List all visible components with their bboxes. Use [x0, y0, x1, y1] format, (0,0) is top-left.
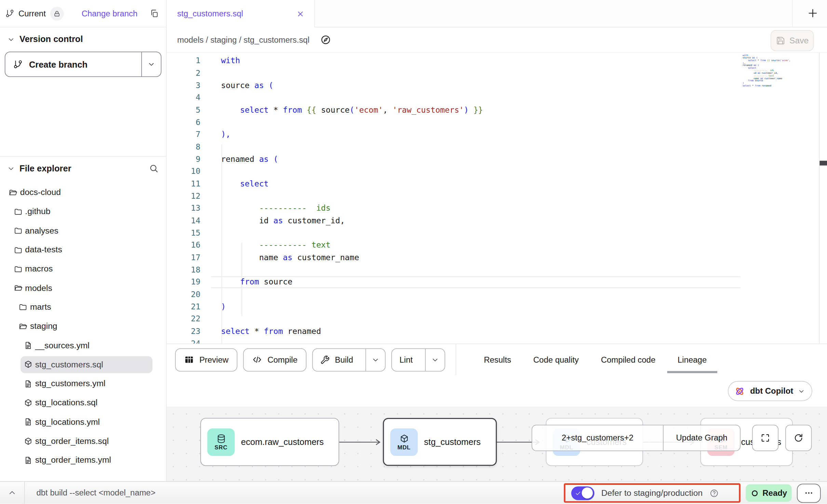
sidebar-item-macros[interactable]: macros	[0, 260, 166, 279]
more-options-button[interactable]	[797, 484, 821, 503]
branch-header: Current Change branch	[0, 0, 166, 27]
lineage-canvas[interactable]: SRCecom.raw_customersMDLstg_customersMDL…	[167, 407, 827, 481]
git-branch-icon	[13, 59, 23, 69]
node-label: ecom.raw_customers	[241, 437, 324, 447]
build-button[interactable]: Build	[313, 349, 361, 371]
code-line-2[interactable]: 2	[167, 67, 827, 79]
code-line-21[interactable]: 21)	[167, 300, 827, 313]
model-health-button[interactable]	[316, 30, 336, 50]
code-line-13[interactable]: 13 ---------- ids	[167, 202, 827, 214]
code-line-11[interactable]: 11 select	[167, 178, 827, 190]
save-button[interactable]: Save	[771, 30, 814, 51]
code-line-4[interactable]: 4	[167, 92, 827, 104]
lint-dropdown[interactable]	[425, 349, 445, 371]
defer-toggle[interactable]	[571, 486, 594, 500]
folder-icon	[18, 303, 27, 312]
code-line-7[interactable]: 7),	[167, 128, 827, 141]
code-line-8[interactable]: 8	[167, 141, 827, 153]
sidebar-item-data-tests[interactable]: data-tests	[0, 240, 166, 260]
create-branch-button[interactable]: Create branch	[5, 52, 161, 77]
code-line-15[interactable]: 15	[167, 227, 827, 239]
tab-results[interactable]: Results	[484, 344, 511, 375]
file-name: marts	[30, 303, 51, 312]
code-line-22[interactable]: 22	[167, 313, 827, 325]
update-graph-button[interactable]: Update Graph	[664, 425, 740, 450]
tab-lineage[interactable]: Lineage	[678, 344, 707, 375]
code-line-24[interactable]: 24	[167, 337, 827, 344]
command-bar-expand[interactable]	[0, 482, 25, 504]
line-number: 24	[167, 339, 201, 344]
sidebar-item-stg-locations-yml[interactable]: stg_locations.yml	[0, 412, 166, 432]
code-line-19[interactable]: 19 from source	[167, 276, 827, 288]
lineage-node-ecom-raw-customers[interactable]: SRCecom.raw_customers	[200, 418, 339, 466]
refresh-button[interactable]	[785, 425, 812, 451]
sidebar-item-stg-order-items-yml[interactable]: stg_order_items.yml	[0, 451, 166, 470]
code-line-10[interactable]: 10	[167, 165, 827, 178]
line-number: 19	[167, 277, 201, 287]
fullscreen-button[interactable]	[752, 425, 778, 451]
sidebar-item-marts[interactable]: marts	[0, 298, 166, 317]
lineage-selector-input[interactable]: 2+stg_customers+2	[532, 425, 663, 450]
code-line-20[interactable]: 20	[167, 288, 827, 300]
file-name: stg_order_items.yml	[35, 456, 111, 465]
sidebar-item-docs-cloud[interactable]: docs-cloud	[0, 183, 166, 202]
sidebar-item--github[interactable]: .github	[0, 202, 166, 221]
code-line-16[interactable]: 16 ---------- text	[167, 239, 827, 251]
tab-compiled-code[interactable]: Compiled code	[601, 344, 655, 375]
code-text: )	[221, 302, 226, 311]
tab-stg-customers-sql[interactable]: stg_customers.sql	[167, 0, 315, 27]
code-line-14[interactable]: 14 id as customer_id,	[167, 214, 827, 227]
chevron-down-icon	[432, 356, 439, 364]
compile-button[interactable]: Compile	[243, 348, 307, 371]
build-dropdown[interactable]	[366, 349, 385, 371]
sidebar-item-analyses[interactable]: analyses	[0, 221, 166, 240]
sidebar-item-stg-locations-sql[interactable]: stg_locations.sql	[0, 393, 166, 412]
search-icon[interactable]	[149, 163, 159, 173]
sidebar-item--sources-yml[interactable]: __sources.yml	[0, 336, 166, 355]
code-text: id as customer_id,	[221, 216, 345, 225]
code-line-1[interactable]: 1with	[167, 55, 827, 67]
tab-title: stg_customers.sql	[177, 9, 243, 18]
sidebar-item-models[interactable]: models	[0, 279, 166, 298]
tab-code-quality[interactable]: Code quality	[533, 344, 579, 375]
new-tab-button[interactable]	[807, 8, 818, 19]
change-branch-link[interactable]: Change branch	[82, 9, 138, 18]
close-icon[interactable]	[296, 9, 305, 18]
code-editor[interactable]: 1with23source as (45 select * from {{ so…	[167, 53, 827, 344]
file-explorer-header[interactable]: File explorer	[0, 163, 166, 173]
version-control-header[interactable]: Version control	[0, 34, 166, 44]
command-input[interactable]: dbt build --select <model_name>	[36, 488, 155, 498]
version-control-title: Version control	[19, 34, 83, 44]
toolbar-divider	[456, 344, 457, 376]
code-line-18[interactable]: 18	[167, 264, 827, 276]
code-line-9[interactable]: 9renamed as (	[167, 153, 827, 165]
code-line-23[interactable]: 23select * from renamed	[167, 325, 827, 337]
code-line-6[interactable]: 6	[167, 116, 827, 128]
line-number: 15	[167, 228, 201, 238]
status-badge: Ready	[746, 484, 791, 502]
sidebar-item-stg-customers-yml[interactable]: stg_customers.yml	[0, 374, 166, 393]
model-cube-icon	[24, 437, 32, 446]
help-icon[interactable]	[709, 488, 719, 498]
code-line-5[interactable]: 5 select * from {{ source('ecom', 'raw_c…	[167, 104, 827, 116]
code-line-17[interactable]: 17 name as customer_name	[167, 251, 827, 264]
code-line-12[interactable]: 12	[167, 190, 827, 202]
code-text: source as (	[221, 81, 273, 90]
dbt-copilot-button[interactable]: dbt Copilot	[728, 381, 812, 401]
sidebar-item-stg-customers-sql[interactable]: stg_customers.sql	[0, 355, 166, 374]
sidebar-item-staging[interactable]: staging	[0, 317, 166, 336]
file-icon	[24, 379, 32, 388]
preview-button[interactable]: Preview	[175, 348, 237, 371]
file-name: models	[25, 283, 52, 293]
sidebar-item-stg-order-items-sql[interactable]: stg_order_items.sql	[0, 432, 166, 451]
file-icon	[24, 341, 32, 350]
fullscreen-icon	[760, 433, 771, 443]
create-branch-main[interactable]: Create branch	[5, 52, 141, 76]
lint-button[interactable]: Lint	[392, 349, 420, 371]
line-number: 14	[167, 216, 201, 225]
copy-icon[interactable]	[150, 9, 159, 18]
line-number: 11	[167, 179, 201, 188]
code-line-3[interactable]: 3source as (	[167, 79, 827, 92]
lineage-node-stg-customers[interactable]: MDLstg_customers	[383, 418, 497, 466]
create-branch-dropdown[interactable]	[141, 52, 161, 76]
